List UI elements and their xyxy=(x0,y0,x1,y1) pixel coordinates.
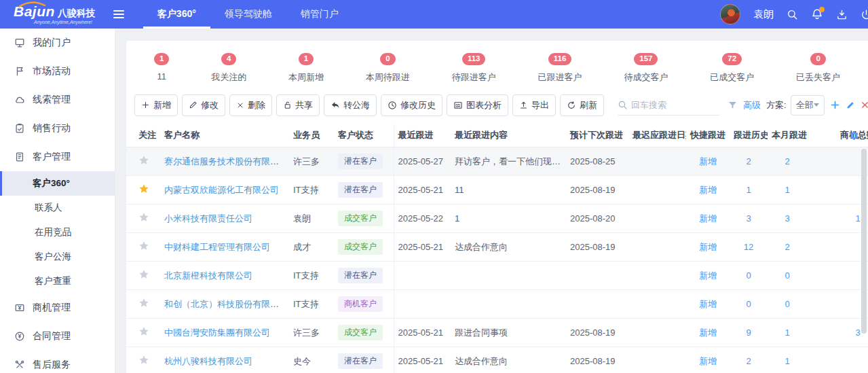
opportunity-count[interactable]: 3 xyxy=(855,327,860,338)
edit-scheme-button[interactable] xyxy=(846,101,855,110)
customer-name-link[interactable]: 中國台灣安防集團有限公司 xyxy=(164,327,270,338)
user-name[interactable]: 袁朗 xyxy=(753,8,774,21)
follow-history-count[interactable]: 0 xyxy=(746,270,751,281)
table-row[interactable]: 中國台灣安防集團有限公司许三多成交客户2025-05-21跟进合同事项2025-… xyxy=(126,319,868,347)
month-follow-count[interactable]: 1 xyxy=(785,356,789,366)
follow-history-count[interactable]: 3 xyxy=(746,213,751,224)
customer-name-link[interactable]: 杭州八骏科技有限公司 xyxy=(164,356,252,366)
column-settings-gear-icon[interactable] xyxy=(849,130,859,141)
table-row[interactable]: 中财科建工程管理有限公司成才成交客户2025-05-21达成合作意向2025-0… xyxy=(126,233,868,262)
follow-history-count[interactable]: 0 xyxy=(746,299,751,309)
quick-follow-link[interactable]: 新增 xyxy=(699,299,717,309)
quick-follow-link[interactable]: 新增 xyxy=(699,156,717,166)
toolbar-button-图表分析[interactable]: 图表分析 xyxy=(447,94,508,116)
sidebar-item-售后服务[interactable]: 售后服务 xyxy=(0,351,115,373)
stat-已跟进客户[interactable]: 116已跟进客户 xyxy=(538,52,582,84)
quick-follow-link[interactable]: 新增 xyxy=(699,185,717,195)
favorite-star-icon[interactable] xyxy=(138,269,149,280)
follow-history-count[interactable]: 1 xyxy=(746,185,751,195)
month-follow-count[interactable]: 2 xyxy=(785,156,789,166)
table-row[interactable]: 和创（北京）科技股份有限公司IT支持商机客户新增00 xyxy=(126,290,868,319)
sidebar-item-客户查重[interactable]: 客户查重 xyxy=(0,269,115,294)
tab-客户360°[interactable]: 客户360° xyxy=(143,0,210,29)
stat-本周新增[interactable]: 1本周新增 xyxy=(288,52,324,84)
month-follow-count[interactable]: 0 xyxy=(785,299,789,309)
column-header-客户状态[interactable]: 客户状态 xyxy=(334,124,394,147)
vertical-scrollbar[interactable] xyxy=(861,149,867,334)
favorite-star-icon[interactable] xyxy=(138,155,149,166)
favorite-star-icon[interactable] xyxy=(138,355,149,366)
quick-follow-link[interactable]: 新增 xyxy=(699,356,717,366)
sidebar-item-线索管理[interactable]: 线索管理 xyxy=(0,86,115,114)
sidebar-item-合同管理[interactable]: 合同管理 xyxy=(0,322,115,351)
customer-name-link[interactable]: 小米科技有限责任公司 xyxy=(164,213,252,224)
table-row[interactable]: 杭州八骏科技有限公司史今潜在客户2025-05-21达成合作意向2025-08-… xyxy=(126,347,868,373)
sidebar-item-联系人[interactable]: 联系人 xyxy=(0,196,115,220)
toolbar-button-刷新[interactable]: 刷新 xyxy=(560,94,604,116)
follow-history-count[interactable]: 12 xyxy=(744,242,753,252)
column-header-预计下次跟进[interactable]: 预计下次跟进 xyxy=(566,124,628,147)
table-row[interactable]: 北京新橙科技有限公司IT支持潜在客户新增00 xyxy=(126,262,868,290)
sidebar-item-销售行动[interactable]: 销售行动 xyxy=(0,114,115,143)
toolbar-button-删除[interactable]: 删除 xyxy=(229,94,272,116)
customer-name-link[interactable]: 赛尔通信服务技术股份有限公司 xyxy=(164,156,288,166)
tab-领导驾驶舱[interactable]: 领导驾驶舱 xyxy=(210,0,286,29)
favorite-star-icon[interactable] xyxy=(138,326,149,337)
power-icon[interactable] xyxy=(861,9,868,20)
avatar[interactable] xyxy=(720,4,740,24)
month-follow-count[interactable]: 3 xyxy=(785,213,789,224)
download-icon[interactable] xyxy=(836,9,848,20)
column-header-关注[interactable]: 关注 xyxy=(126,124,160,147)
quick-follow-link[interactable]: 新增 xyxy=(699,270,717,281)
tab-销管门户[interactable]: 销管门户 xyxy=(286,0,353,29)
table-row[interactable]: 内蒙古双欣能源化工有限公司IT支持潜在客户2025-05-21112025-08… xyxy=(126,176,868,205)
customer-name-link[interactable]: 中财科建工程管理有限公司 xyxy=(164,242,270,252)
toolbar-button-修改历史[interactable]: 修改历史 xyxy=(381,94,442,116)
delete-scheme-button[interactable] xyxy=(861,101,868,109)
column-header-客户名称[interactable]: 客户名称 xyxy=(160,124,289,147)
stat-我关注的[interactable]: 4我关注的 xyxy=(211,52,246,84)
menu-toggle-icon[interactable] xyxy=(113,10,124,18)
add-scheme-button[interactable] xyxy=(830,100,840,110)
stat-11[interactable]: 111 xyxy=(154,52,169,82)
follow-history-count[interactable]: 2 xyxy=(746,356,751,366)
toolbar-button-转公海[interactable]: 转公海 xyxy=(324,94,377,116)
sidebar-item-客户管理[interactable]: 客户管理 xyxy=(0,143,115,171)
month-follow-count[interactable]: 0 xyxy=(785,270,789,281)
sidebar-item-我的门户[interactable]: 我的门户 xyxy=(0,29,115,57)
table-row[interactable]: 赛尔通信服务技术股份有限公司许三多潜在客户2025-05-27拜访客户，看一下他… xyxy=(126,147,868,176)
month-follow-count[interactable]: 1 xyxy=(785,185,789,195)
search-icon[interactable] xyxy=(787,9,798,20)
sidebar-item-客户公海[interactable]: 客户公海 xyxy=(0,245,115,269)
month-follow-count[interactable]: 2 xyxy=(785,242,789,252)
column-header-最近跟进[interactable]: 最近跟进 xyxy=(394,124,451,147)
stat-待成交客户[interactable]: 157待成交客户 xyxy=(624,52,668,84)
search-input[interactable] xyxy=(631,100,719,110)
customer-name-link[interactable]: 和创（北京）科技股份有限公司 xyxy=(164,299,288,309)
column-header-跟进历史[interactable]: 跟进历史 xyxy=(730,124,768,147)
table-row[interactable]: 小米科技有限责任公司袁朗成交客户2025-05-2212025-08-20新增3… xyxy=(126,205,868,233)
column-header-本月跟进[interactable]: 本月跟进 xyxy=(768,124,807,147)
customer-name-link[interactable]: 内蒙古双欣能源化工有限公司 xyxy=(164,185,279,195)
column-header-业务员[interactable]: 业务员 xyxy=(289,124,334,147)
column-header-快捷跟进[interactable]: 快捷跟进 xyxy=(686,124,730,147)
sidebar-item-在用竞品[interactable]: 在用竞品 xyxy=(0,220,115,245)
quick-follow-link[interactable]: 新增 xyxy=(699,213,717,224)
opportunity-count[interactable]: 1 xyxy=(855,213,860,224)
follow-history-count[interactable]: 2 xyxy=(746,156,751,166)
quick-follow-link[interactable]: 新增 xyxy=(699,327,717,338)
favorite-star-icon[interactable] xyxy=(138,183,149,194)
favorite-star-icon[interactable] xyxy=(138,298,149,308)
stat-待跟进客户[interactable]: 113待跟进客户 xyxy=(452,52,496,84)
column-header-最迟应跟进日期[interactable]: 最迟应跟进日期 xyxy=(628,124,686,147)
toolbar-button-新增[interactable]: 新增 xyxy=(134,94,178,116)
toolbar-button-修改[interactable]: 修改 xyxy=(182,94,225,116)
filter-funnel-icon[interactable] xyxy=(728,100,738,110)
scheme-select[interactable]: 全部 xyxy=(791,95,825,116)
favorite-star-icon[interactable] xyxy=(138,241,149,251)
follow-history-count[interactable]: 9 xyxy=(746,327,751,338)
sidebar-item-市场活动[interactable]: 市场活动 xyxy=(0,57,115,86)
stat-本周待跟进[interactable]: 0本周待跟进 xyxy=(366,52,410,84)
toolbar-button-导出[interactable]: 导出 xyxy=(512,94,556,116)
customer-name-link[interactable]: 北京新橙科技有限公司 xyxy=(164,270,252,281)
